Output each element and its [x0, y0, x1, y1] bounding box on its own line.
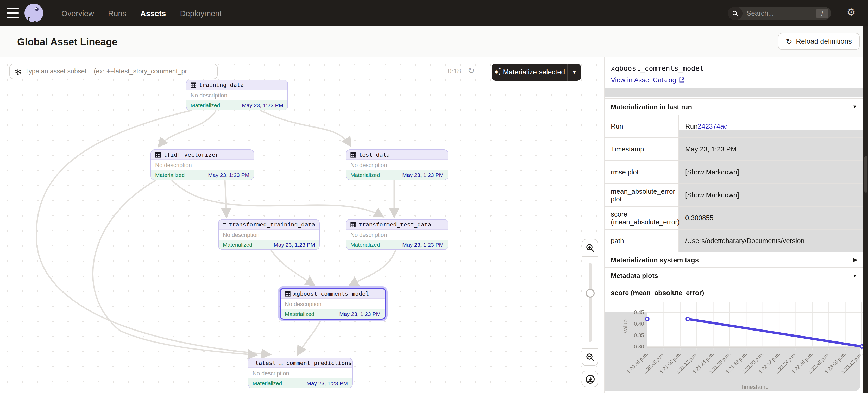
asset-node-transformed-test-data[interactable]: transformed_test_data No description Mat… [346, 219, 448, 250]
chart-title: score (mean_absolute_error) [611, 289, 704, 297]
table-row: rmse plot [Show Markdown] [604, 160, 863, 183]
zoom-in-icon [586, 243, 594, 252]
asset-selector-icon [14, 68, 21, 75]
asset-subset-placeholder: Type an asset subset... (ex: ++latest_st… [25, 68, 187, 75]
gear-icon[interactable]: ⚙ [847, 6, 856, 18]
table-icon [191, 82, 196, 88]
external-link-icon [679, 77, 684, 83]
zoom-out-icon [586, 353, 594, 361]
search-icon [728, 7, 743, 20]
svg-text:Timestamp: Timestamp [740, 384, 769, 390]
status-badge: Materialized [155, 172, 185, 178]
sparkle-icon: ✦✦✦ [494, 68, 499, 76]
hamburger-menu-icon[interactable] [7, 8, 19, 18]
recenter-view-button[interactable] [582, 371, 598, 387]
table-icon [155, 152, 161, 158]
section-metadata-plots[interactable]: Metadata plots ▼ [604, 267, 863, 284]
svg-text:0.40: 0.40 [634, 321, 644, 327]
table-icon [350, 222, 356, 227]
app-window: Overview Runs Assets Deployment Search..… [0, 0, 868, 393]
show-markdown-link[interactable]: [Show Markdown] [685, 191, 739, 199]
graph-refresh-icon[interactable]: ↻ [468, 66, 475, 75]
nav-tab-assets[interactable]: Assets [140, 9, 166, 18]
chevron-down-icon: ▼ [852, 273, 857, 278]
nav-tab-deployment[interactable]: Deployment [180, 9, 222, 18]
arrow-down-circle-icon [585, 374, 595, 384]
table-row: score (mean_absolute_error) 0.300855 [604, 206, 863, 229]
zoom-slider[interactable] [582, 257, 598, 348]
metadata-table: Run Run 242374ad Timestamp May 23, 1:23 … [604, 114, 863, 252]
status-badge: Materialized [350, 172, 380, 178]
status-badge: Materialized [252, 380, 282, 386]
status-badge: Materialized [350, 241, 380, 248]
search-placeholder: Search... [747, 9, 816, 17]
page-header: Global Asset Lineage ↻ Reload definition… [0, 26, 868, 57]
path-link[interactable]: /Users/odetteharary/Documents/version [685, 237, 804, 244]
dagster-logo-icon[interactable] [25, 4, 43, 22]
svg-text:0.45: 0.45 [634, 309, 644, 315]
table-icon [223, 222, 226, 227]
asset-node-training-data[interactable]: training_data No description Materialize… [186, 79, 288, 110]
asset-lineage-graph[interactable]: Type an asset subset... (ex: ++latest_st… [0, 57, 604, 393]
loading-bar [604, 89, 863, 97]
materialization-time: May 23, 1:23 PM [306, 380, 348, 386]
show-markdown-link[interactable]: [Show Markdown] [685, 168, 739, 176]
chevron-down-icon: ▼ [852, 104, 857, 109]
materialization-time: May 23, 1:23 PM [208, 172, 249, 178]
svg-text:0.30: 0.30 [634, 344, 644, 350]
asset-subset-input[interactable]: Type an asset subset... (ex: ++latest_st… [9, 64, 218, 79]
materialization-time: May 23, 1:23 PM [242, 102, 283, 108]
table-row: Run Run 242374ad [604, 114, 863, 137]
section-materialization-system-tags[interactable]: Materialization system tags ▶ [604, 252, 863, 267]
asset-node-xgboost-comments-model[interactable]: xgboost_comments_model No description Ma… [280, 288, 386, 320]
svg-text:0.35: 0.35 [634, 332, 644, 338]
panel-asset-title: xgboost_comments_model [611, 64, 704, 72]
status-badge: Materialized [191, 102, 220, 108]
svg-text:Value: Value [622, 319, 629, 334]
zoom-out-button[interactable] [582, 348, 598, 365]
asset-node-transformed-training-data[interactable]: transformed_training_data No description… [218, 219, 320, 250]
refresh-timer: 0:18 [448, 67, 461, 75]
materialization-time: May 23, 1:23 PM [402, 172, 444, 178]
zoom-controls [582, 239, 598, 366]
top-nav: Overview Runs Assets Deployment Search..… [0, 0, 868, 26]
nav-tab-overview[interactable]: Overview [61, 9, 94, 18]
table-icon [350, 152, 356, 158]
table-icon [285, 291, 290, 296]
materialize-dropdown-caret[interactable]: ▼ [567, 64, 581, 81]
materialize-selected-button[interactable]: ✦✦✦ Materialize selected ▼ [492, 64, 581, 81]
search-shortcut-badge: / [816, 9, 829, 18]
asset-details-panel: xgboost_comments_model View in Asset Cat… [604, 57, 863, 393]
zoom-in-button[interactable] [582, 239, 598, 257]
view-in-asset-catalog-link[interactable]: View in Asset Catalog [611, 76, 684, 84]
section-materialization-in-last-run[interactable]: Materialization in last run ▼ [604, 98, 863, 114]
status-badge: Materialized [223, 241, 252, 248]
window-scrollbar[interactable] [863, 26, 868, 393]
table-row: path /Users/odetteharary/Documents/versi… [604, 229, 863, 252]
asset-node-latest-comment-predictions[interactable]: latest_…_comment_predictions No descript… [248, 358, 352, 388]
nav-tab-runs[interactable]: Runs [108, 9, 126, 18]
chevron-right-icon: ▶ [854, 257, 857, 262]
graph-toolbar: Type an asset subset... (ex: ++latest_st… [0, 64, 604, 79]
scrollbar-thumb[interactable] [864, 156, 867, 193]
score-line-chart: 0.300.350.400.451:20:36 p.m.1:20:48 p.m.… [604, 299, 863, 393]
materialization-time: May 23, 1:23 PM [274, 241, 315, 248]
asset-node-test-data[interactable]: test_data No description MaterializedMay… [346, 150, 448, 180]
global-search-input[interactable]: Search... / [728, 7, 831, 20]
run-id-link[interactable]: 242374ad [698, 122, 728, 130]
table-row: Timestamp May 23, 1:23 PM [604, 137, 863, 160]
materialization-time: May 23, 1:23 PM [402, 241, 444, 248]
reload-definitions-button[interactable]: ↻ Reload definitions [778, 33, 860, 50]
nav-tabs: Overview Runs Assets Deployment [61, 0, 222, 26]
materialization-time: May 23, 1:23 PM [339, 311, 381, 317]
table-row: mean_absolute_error plot [Show Markdown] [604, 183, 863, 206]
zoom-slider-thumb[interactable] [586, 289, 595, 298]
asset-node-tfidf-vectorizer[interactable]: tfidf_vectorizer No description Material… [151, 150, 254, 180]
refresh-icon: ↻ [786, 37, 792, 46]
page-title: Global Asset Lineage [17, 36, 117, 48]
status-badge: Materialized [285, 311, 314, 317]
